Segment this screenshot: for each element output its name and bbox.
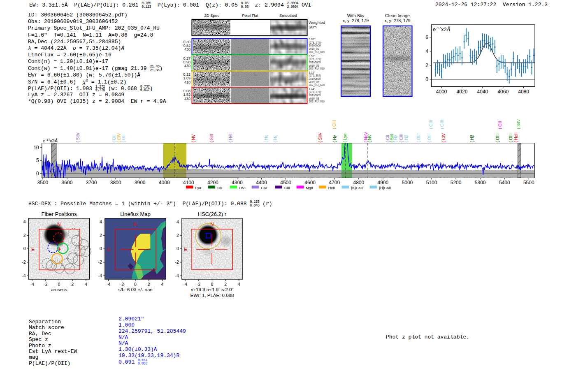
svg-text:( SiIV: ( SiIV xyxy=(516,119,521,129)
svg-text:10: 10 xyxy=(33,145,39,151)
svg-text:4020: 4020 xyxy=(457,89,468,95)
svg-text:5500: 5500 xyxy=(523,180,534,186)
svg-text:( OIII: ( OIII xyxy=(429,120,433,129)
svg-text:5000: 5000 xyxy=(402,180,413,186)
svg-text:4900: 4900 xyxy=(378,180,389,186)
svg-text:{ Hβ: { Hβ xyxy=(393,135,398,142)
svg-text:With Sky: With Sky xyxy=(347,13,365,18)
svg-text:N: N xyxy=(210,222,214,227)
svg-text:{ OII: { OII xyxy=(112,135,116,142)
svg-text:-4: -4 xyxy=(183,282,187,287)
svg-text:-2: -2 xyxy=(22,260,26,264)
svg-text:4000: 4000 xyxy=(159,180,170,186)
svg-text:EWr: 1, PLAE: 0.088: EWr: 1, PLAE: 0.088 xyxy=(190,293,234,298)
svg-text:-2: -2 xyxy=(44,282,47,287)
svg-text:4800: 4800 xyxy=(353,180,364,186)
svg-text:-4: -4 xyxy=(22,273,26,278)
svg-text:4: 4 xyxy=(85,282,87,287)
svg-text:-4: -4 xyxy=(98,273,102,278)
svg-text:E: E xyxy=(31,247,35,252)
svg-text:-2: -2 xyxy=(120,282,124,287)
svg-text:Lineflux Map: Lineflux Map xyxy=(120,211,151,217)
svg-text:4: 4 xyxy=(23,219,26,224)
svg-text:2: 2 xyxy=(425,63,428,68)
svg-text:{ OIII: { OIII xyxy=(509,133,513,142)
svg-text:E: E xyxy=(184,247,187,252)
svg-text:N: N xyxy=(134,222,137,227)
svg-text:3900: 3900 xyxy=(135,180,146,186)
svg-text:2: 2 xyxy=(23,233,26,238)
svg-text:( OII: ( OII xyxy=(498,121,502,129)
svg-text:5300: 5300 xyxy=(475,180,486,186)
svg-text:{ HeII: { HeII xyxy=(514,132,518,142)
svg-text:-4: -4 xyxy=(30,282,34,287)
svg-text:4: 4 xyxy=(425,49,428,54)
svg-text:0: 0 xyxy=(58,282,60,287)
svg-text:4000: 4000 xyxy=(436,89,447,95)
svg-text:4: 4 xyxy=(100,219,102,224)
svg-text:m:19.3 re:1.9" s:2.0": m:19.3 re:1.9" s:2.0" xyxy=(190,287,233,292)
svg-text:4500: 4500 xyxy=(280,180,291,186)
svg-text:x2Å: x2Å xyxy=(441,26,450,32)
svg-text:-2: -2 xyxy=(175,260,179,264)
svg-text:{ Hβ: { Hβ xyxy=(404,135,409,142)
svg-text:Fiber Positions: Fiber Positions xyxy=(42,211,77,217)
svg-text:HeII: HeII xyxy=(328,186,335,190)
svg-text:Smoothed: Smoothed xyxy=(279,13,297,18)
svg-text:Clean Image: Clean Image xyxy=(385,13,410,18)
svg-text:OII: OII xyxy=(217,186,222,190)
svg-text:4100: 4100 xyxy=(183,180,194,186)
svg-text:x2Å: x2Å xyxy=(50,138,58,143)
svg-text:{ SiII: { SiII xyxy=(209,134,214,143)
svg-text:4: 4 xyxy=(238,282,240,287)
svg-text:(H)CaII: (H)CaII xyxy=(379,186,391,190)
svg-text:Lyα: Lyα xyxy=(195,186,201,190)
svg-text:E: E xyxy=(107,247,110,252)
svg-text:4300: 4300 xyxy=(232,180,243,186)
svg-text:{ NV: { NV xyxy=(191,134,196,142)
svg-text:(K)CaII: (K)CaII xyxy=(351,186,363,190)
svg-text:3700: 3700 xyxy=(86,180,97,186)
svg-text:{ Hζ: { Hζ xyxy=(273,135,278,142)
svg-text:4200: 4200 xyxy=(207,180,218,186)
svg-text:4080: 4080 xyxy=(518,89,529,95)
svg-text:OVI: OVI xyxy=(239,186,246,190)
svg-text:CIV: CIV xyxy=(261,186,267,190)
svg-text:4040: 4040 xyxy=(477,89,488,95)
svg-text:5100: 5100 xyxy=(426,180,437,186)
svg-text:-4: -4 xyxy=(107,282,110,287)
svg-text:2: 2 xyxy=(224,282,227,287)
svg-text:-2: -2 xyxy=(197,282,200,287)
svg-text:2: 2 xyxy=(148,282,150,287)
svg-text:0: 0 xyxy=(36,171,39,176)
svg-text:0: 0 xyxy=(177,246,179,251)
svg-text:4: 4 xyxy=(177,219,179,224)
svg-text:0: 0 xyxy=(211,282,214,287)
svg-text:s/b: 6.03 +/- nan: s/b: 6.03 +/- nan xyxy=(118,287,152,292)
svg-text:arcsecs: arcsecs xyxy=(51,287,67,292)
svg-text:4600: 4600 xyxy=(304,180,316,186)
svg-text:-4: -4 xyxy=(175,273,179,278)
svg-text:5200: 5200 xyxy=(451,180,462,186)
svg-text:5: 5 xyxy=(36,158,39,163)
svg-text:5400: 5400 xyxy=(499,180,510,186)
svg-text:{ Hη: { Hη xyxy=(264,135,268,143)
svg-text:{ Hβ: { Hβ xyxy=(470,135,474,142)
svg-text:2: 2 xyxy=(177,233,179,238)
svg-text:0: 0 xyxy=(100,246,102,251)
svg-text:{ Hγ: { Hγ xyxy=(332,135,337,142)
svg-text:0: 0 xyxy=(134,282,137,287)
svg-text:4060: 4060 xyxy=(497,89,509,95)
svg-text:{ OIII: { OIII xyxy=(427,133,432,142)
svg-text:0: 0 xyxy=(425,77,428,82)
svg-text:{ CIII: { CIII xyxy=(399,134,404,143)
svg-text:x, y: 278, 179: x, y: 278, 179 xyxy=(384,18,410,23)
svg-text:{ SiIV: { SiIV xyxy=(76,132,80,143)
svg-text:2D Spec: 2D Spec xyxy=(204,13,219,18)
svg-text:( OIII: ( OIII xyxy=(440,120,444,129)
svg-text:3500: 3500 xyxy=(37,180,49,186)
svg-text:( CIII: ( CIII xyxy=(332,120,337,129)
svg-text:6: 6 xyxy=(425,35,428,40)
svg-text:{ CIV: { CIV xyxy=(117,133,121,142)
svg-text:3600: 3600 xyxy=(62,180,73,186)
